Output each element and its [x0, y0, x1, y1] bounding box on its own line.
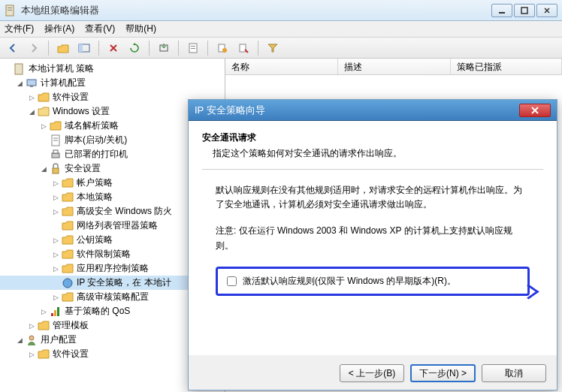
menu-action[interactable]: 操作(A) — [44, 23, 74, 35]
svg-rect-10 — [191, 48, 195, 49]
tree-label: 安全设置 — [65, 162, 101, 175]
filter-button[interactable] — [264, 40, 281, 56]
dialog-heading: 安全通讯请求 — [202, 131, 543, 144]
folder-icon — [62, 291, 74, 303]
window-title: 本地组策略编辑器 — [21, 4, 491, 17]
menu-file[interactable]: 文件(F) — [5, 23, 34, 35]
expander-icon[interactable]: ▷ — [51, 193, 60, 202]
folder-icon — [38, 348, 50, 360]
svg-rect-14 — [15, 64, 23, 74]
ipsec-wizard-dialog: IP 安全策略向导 安全通讯请求 指定这个策略如何对安全通讯的请求作出响应。 默… — [188, 99, 557, 390]
tree-label: 网络列表管理器策略 — [77, 219, 158, 232]
tree-label: IP 安全策略，在 本地计 — [77, 276, 171, 289]
dialog-body: 安全通讯请求 指定这个策略如何对安全通讯的请求作出响应。 默认响应规则在没有其他… — [189, 121, 557, 355]
next-button[interactable]: 下一步(N) > — [410, 364, 476, 382]
expander-icon[interactable]: ▷ — [39, 307, 48, 316]
folder-icon — [62, 263, 74, 275]
menu-help[interactable]: 帮助(H) — [125, 23, 156, 35]
folder-open-icon — [38, 106, 50, 118]
ipsec-icon — [62, 277, 74, 289]
properties-button[interactable] — [185, 40, 201, 56]
folder-icon — [62, 206, 74, 218]
svg-rect-18 — [52, 153, 59, 158]
printer-icon — [50, 149, 62, 161]
tree-label: 用户配置 — [41, 333, 77, 346]
expander-icon[interactable]: ▷ — [51, 236, 60, 245]
expander-icon[interactable]: ▷ — [51, 293, 60, 302]
expander-icon[interactable] — [3, 65, 12, 74]
refresh-button[interactable] — [126, 40, 143, 56]
svg-rect-19 — [53, 150, 58, 153]
menu-bar: 文件(F) 操作(A) 查看(V) 帮助(H) — [0, 21, 562, 38]
forward-button[interactable] — [26, 40, 42, 56]
svg-rect-16 — [30, 86, 33, 87]
default-response-checkbox[interactable] — [227, 276, 237, 286]
expander-icon[interactable]: ◢ — [39, 164, 48, 173]
dialog-close-button[interactable] — [519, 104, 551, 117]
expander-icon[interactable]: ▷ — [51, 179, 60, 188]
svg-rect-15 — [27, 80, 36, 86]
close-button[interactable] — [536, 4, 557, 17]
col-assigned[interactable]: 策略已指派 — [451, 59, 562, 74]
toolbar — [0, 38, 562, 59]
column-headers: 名称 描述 策略已指派 — [225, 59, 562, 75]
up-button[interactable] — [55, 40, 71, 56]
tree-label: 基于策略的 QoS — [65, 305, 130, 318]
dialog-titlebar[interactable]: IP 安全策略向导 — [189, 100, 557, 121]
dialog-buttons: < 上一步(B) 下一步(N) > 取消 — [340, 364, 546, 382]
user-icon — [26, 334, 38, 346]
title-bar: 本地组策略编辑器 — [0, 0, 562, 21]
svg-rect-22 — [51, 313, 53, 316]
svg-rect-6 — [79, 44, 83, 52]
delete-button[interactable] — [105, 40, 122, 56]
checkbox-label: 激活默认响应规则(仅限于 Windows 的早期版本)(R)。 — [243, 275, 456, 288]
script-icon — [50, 134, 62, 146]
app-icon — [5, 5, 17, 17]
folder-icon — [38, 92, 50, 104]
security-icon — [50, 163, 62, 175]
tree-computer-config[interactable]: ◢计算机配置 — [0, 76, 225, 90]
folder-icon — [62, 191, 74, 204]
dialog-paragraph-2: 注意: 仅在运行 Windows 2003 和 Windows XP 的计算机上… — [216, 224, 530, 252]
svg-point-25 — [29, 336, 34, 340]
svg-rect-20 — [53, 168, 59, 173]
expander-icon[interactable]: ◢ — [15, 336, 24, 345]
expander-icon[interactable]: ◢ — [27, 107, 36, 116]
tree-label: 高级审核策略配置 — [77, 291, 149, 303]
show-hide-tree-button[interactable] — [76, 40, 92, 56]
policy-icon — [14, 63, 26, 75]
export-button[interactable] — [156, 40, 172, 56]
expander-icon[interactable]: ▷ — [39, 122, 48, 131]
back-button[interactable]: < 上一步(B) — [340, 364, 404, 382]
tree-label: 软件限制策略 — [77, 248, 131, 261]
expander-icon[interactable]: ▷ — [27, 350, 36, 359]
col-name[interactable]: 名称 — [225, 59, 338, 74]
svg-rect-13 — [240, 44, 246, 52]
expander-icon[interactable]: ▷ — [51, 250, 60, 259]
expander-icon[interactable]: ▷ — [27, 93, 36, 102]
expander-icon[interactable]: ▷ — [27, 321, 36, 330]
minimize-button[interactable] — [491, 4, 512, 17]
folder-icon — [62, 220, 74, 232]
computer-icon — [26, 77, 38, 89]
menu-view[interactable]: 查看(V) — [85, 23, 115, 35]
tree-root[interactable]: 本地计算机 策略 — [0, 62, 225, 76]
back-button[interactable] — [5, 40, 21, 56]
cancel-button[interactable]: 取消 — [482, 364, 546, 382]
expander-icon[interactable]: ◢ — [15, 79, 24, 88]
svg-rect-1 — [8, 8, 12, 8]
tree-label: 域名解析策略 — [65, 119, 119, 132]
default-response-checkbox-row[interactable]: 激活默认响应规则(仅限于 Windows 的早期版本)(R)。 — [216, 267, 530, 296]
tree-label: 本地策略 — [77, 191, 113, 204]
maximize-button[interactable] — [514, 4, 535, 17]
tree-label: 计算机配置 — [41, 77, 86, 89]
divider — [202, 169, 543, 170]
expander-icon[interactable]: ▷ — [51, 264, 60, 273]
action2-button[interactable] — [235, 40, 252, 56]
col-desc[interactable]: 描述 — [338, 59, 451, 74]
expander-icon[interactable]: ▷ — [51, 207, 60, 216]
action1-button[interactable] — [214, 40, 231, 56]
folder-icon — [62, 249, 74, 261]
tree-label: Windows 设置 — [53, 105, 110, 118]
svg-rect-4 — [521, 8, 527, 14]
